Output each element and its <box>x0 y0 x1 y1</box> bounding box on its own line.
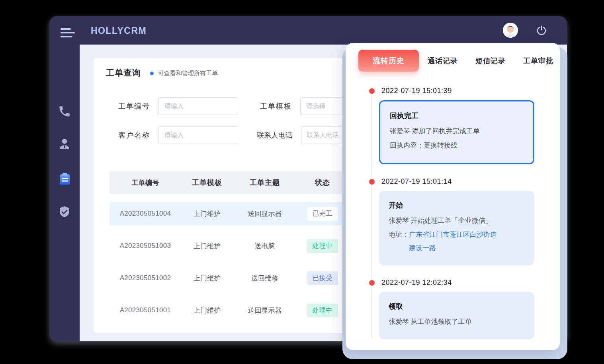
timeline-address-label: 地址： <box>389 228 409 255</box>
order-id-cell: A202305051001 <box>109 306 181 314</box>
panel-tab[interactable]: 流转历史 <box>358 50 419 72</box>
desktop-background: HOLLYCRM <box>0 0 604 364</box>
timeline-card-title: 领取 <box>389 302 525 311</box>
timeline-card-line: 张爱琴 从工单池领取了工单 <box>389 315 525 329</box>
timeline-card-line: 张爱琴 开始处理工单「企业微信」 <box>389 214 525 228</box>
dot-icon <box>150 72 154 75</box>
timeline-card-title: 回执完工 <box>390 111 524 121</box>
customer-input[interactable] <box>158 127 238 144</box>
filter-order-id: 工单编号 <box>112 97 238 115</box>
status-badge: 已接受 <box>307 271 338 285</box>
workorders-icon[interactable] <box>58 172 71 185</box>
header-subject: 工单主题 <box>233 178 297 187</box>
user-avatar[interactable] <box>503 23 518 38</box>
panel-tab[interactable]: 工单审批 <box>523 56 553 66</box>
phone-label: 联系人电话 <box>248 130 293 140</box>
timeline-address: 地址：广东省江门市蓬江区白沙街道建设一路 <box>389 228 525 255</box>
customer-label: 客户名称 <box>112 130 150 140</box>
template-cell: 上门维护 <box>181 274 233 283</box>
power-icon[interactable] <box>536 25 547 35</box>
status-cell: 已完工 <box>297 207 348 221</box>
app-logo: HOLLYCRM <box>91 16 147 45</box>
timeline-entry: 2022-07-19 12:02:34领取张爱琴 从工单池领取了工单 <box>379 278 534 339</box>
timeline-card-title: 开始 <box>389 200 525 210</box>
timeline-dot-icon <box>369 179 375 185</box>
timeline-timestamp: 2022-07-19 15:01:39 <box>381 87 534 95</box>
status-badge: 已完工 <box>307 207 338 221</box>
timeline-connector <box>371 95 372 338</box>
timeline-timestamp: 2022-07-19 12:02:34 <box>381 278 534 287</box>
header-template: 工单模板 <box>181 178 233 187</box>
timeline-dot-icon <box>369 88 375 94</box>
order-id-cell: A202305051004 <box>109 210 181 218</box>
page-title: 工单查询 <box>106 67 141 78</box>
subject-cell: 送回显示器 <box>233 209 297 218</box>
timeline-entry: 2022-07-19 15:01:14开始张爱琴 开始处理工单「企业微信」地址：… <box>379 177 534 265</box>
template-label: 工单模板 <box>258 101 292 111</box>
subject-cell: 送回显示器 <box>233 306 297 315</box>
security-icon[interactable] <box>58 205 71 219</box>
template-cell: 上门维护 <box>181 209 233 218</box>
sidebar <box>49 45 80 341</box>
status-cell: 处理中 <box>297 304 348 317</box>
status-badge: 处理中 <box>307 304 338 317</box>
address-link[interactable]: 广东省江门市蓬江区白沙街道建设一路 <box>409 228 497 255</box>
timeline-timestamp: 2022-07-19 15:01:14 <box>381 177 534 186</box>
contacts-icon[interactable] <box>58 137 71 151</box>
timeline: 2022-07-19 15:01:39回执完工张爱琴 添加了回执并完成工单回执内… <box>346 77 560 350</box>
timeline-card: 开始张爱琴 开始处理工单「企业微信」地址：广东省江门市蓬江区白沙街道建设一路 <box>379 191 534 265</box>
phone-icon[interactable] <box>58 105 71 118</box>
status-badge: 处理中 <box>307 239 338 253</box>
subject-cell: 送电脑 <box>233 241 297 251</box>
timeline-card: 回执完工张爱琴 添加了回执并完成工单回执内容：更换转接线 <box>379 100 534 164</box>
filter-customer: 客户名称 <box>112 127 238 144</box>
address-line: 广东省江门市蓬江区白沙街道 <box>409 228 497 241</box>
template-cell: 上门维护 <box>181 241 233 251</box>
panel-tab[interactable]: 通话记录 <box>428 56 458 66</box>
header-status: 状态 <box>297 178 348 187</box>
history-panel: 流转历史通话记录短信记录工单审批 2022-07-19 15:01:39回执完工… <box>346 43 560 350</box>
order-id-cell: A202305051002 <box>109 274 181 282</box>
timeline-card-line: 回执内容：更换转接线 <box>390 138 524 153</box>
avatar-image <box>503 23 518 38</box>
menu-icon[interactable] <box>61 28 75 39</box>
page-subtitle: 可查看和管理所有工单 <box>158 70 218 77</box>
template-cell: 上门维护 <box>181 306 233 315</box>
timeline-card: 领取张爱琴 从工单池领取了工单 <box>379 292 534 339</box>
order-id-input[interactable] <box>158 97 238 115</box>
top-bar: HOLLYCRM <box>49 16 567 45</box>
panel-tab[interactable]: 短信记录 <box>475 56 506 66</box>
timeline-card-line: 张爱琴 添加了回执并完成工单 <box>390 124 524 138</box>
subject-cell: 送回维修 <box>233 274 297 283</box>
status-cell: 处理中 <box>297 239 348 253</box>
header-order-id: 工单编号 <box>109 178 181 187</box>
page-header: 工单查询 可查看和管理所有工单 <box>106 67 218 78</box>
timeline-dot-icon <box>369 280 375 286</box>
timeline-entry: 2022-07-19 15:01:39回执完工张爱琴 添加了回执并完成工单回执内… <box>379 87 534 164</box>
address-line: 建设一路 <box>409 241 497 255</box>
status-cell: 已接受 <box>297 271 348 285</box>
order-id-cell: A202305051003 <box>109 242 181 250</box>
panel-tabs: 流转历史通话记录短信记录工单审批 <box>358 50 552 72</box>
order-id-label: 工单编号 <box>112 101 150 111</box>
